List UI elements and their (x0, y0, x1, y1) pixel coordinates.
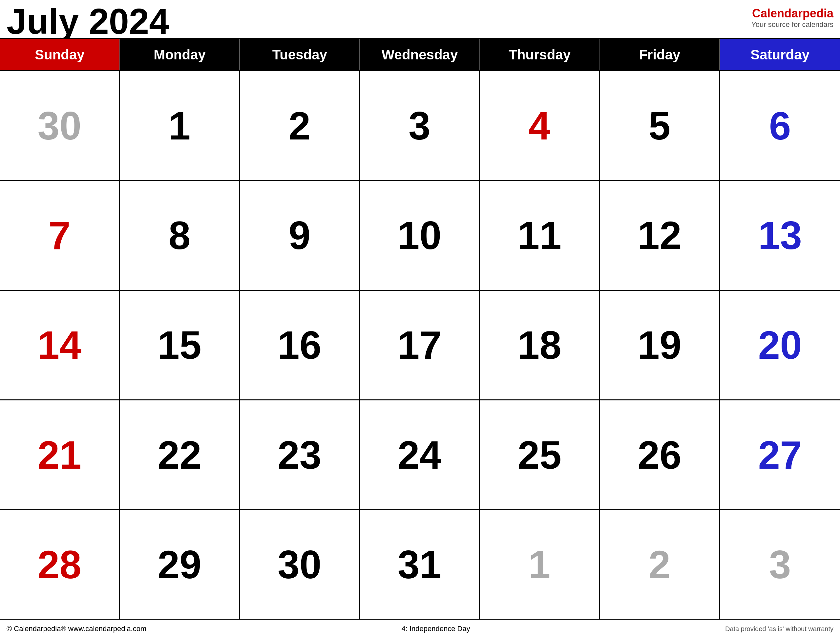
day-header-friday: Friday (600, 39, 720, 70)
brand-name-regular: Calendar (752, 6, 802, 20)
day-header-monday: Monday (120, 39, 240, 70)
calendar-cell-1-3[interactable]: 2 (240, 71, 360, 180)
footer-copyright: © Calendarpedia® www.calendarpedia.com (6, 625, 146, 633)
calendar-cell-1-5[interactable]: 4 (480, 71, 600, 180)
calendar-cell-5-5[interactable]: 1 (480, 510, 600, 619)
calendar-cell-4-6[interactable]: 26 (600, 400, 720, 509)
calendar-cell-3-1[interactable]: 14 (0, 291, 120, 400)
calendar-cell-2-2[interactable]: 8 (120, 181, 240, 289)
month-year-title: July 2024 (6, 3, 169, 39)
day-header-tuesday: Tuesday (240, 39, 360, 70)
calendar-app: July 2024 Calendarpedia Your source for … (0, 0, 840, 638)
calendar-week-4: 21222324252627 (0, 400, 840, 509)
calendar-container: SundayMondayTuesdayWednesdayThursdayFrid… (0, 38, 840, 619)
calendar-cell-5-7[interactable]: 3 (720, 510, 840, 619)
day-header-wednesday: Wednesday (360, 39, 480, 70)
calendar-cell-3-3[interactable]: 16 (240, 291, 360, 400)
calendar-cell-2-6[interactable]: 12 (600, 181, 720, 289)
brand-name: Calendarpedia (752, 6, 834, 21)
calendar-week-1: 30123456 (0, 70, 840, 180)
calendar-cell-1-1[interactable]: 30 (0, 71, 120, 180)
calendar-cell-2-4[interactable]: 10 (360, 181, 480, 289)
footer-disclaimer: Data provided 'as is' without warranty (725, 625, 834, 633)
calendar-cell-5-3[interactable]: 30 (240, 510, 360, 619)
day-header-thursday: Thursday (480, 39, 600, 70)
calendar-cell-4-4[interactable]: 24 (360, 400, 480, 509)
calendar-week-5: 28293031123 (0, 509, 840, 619)
calendar-cell-2-7[interactable]: 13 (720, 181, 840, 289)
calendar-week-3: 14151617181920 (0, 290, 840, 400)
calendar-footer: © Calendarpedia® www.calendarpedia.com 4… (0, 619, 840, 638)
footer-holiday: 4: Independence Day (402, 625, 470, 633)
calendar-cell-1-7[interactable]: 6 (720, 71, 840, 180)
calendar-cell-4-5[interactable]: 25 (480, 400, 600, 509)
calendar-cell-4-7[interactable]: 27 (720, 400, 840, 509)
calendar-cell-2-1[interactable]: 7 (0, 181, 120, 289)
calendar-cell-1-4[interactable]: 3 (360, 71, 480, 180)
calendar-cell-3-6[interactable]: 19 (600, 291, 720, 400)
calendar-cell-4-2[interactable]: 22 (120, 400, 240, 509)
calendar-cell-3-2[interactable]: 15 (120, 291, 240, 400)
calendar-cell-2-3[interactable]: 9 (240, 181, 360, 289)
calendar-cell-1-2[interactable]: 1 (120, 71, 240, 180)
brand-name-accent: pedia (802, 6, 834, 20)
calendar-cell-5-6[interactable]: 2 (600, 510, 720, 619)
calendar-cell-5-4[interactable]: 31 (360, 510, 480, 619)
calendar-grid: 3012345678910111213141516171819202122232… (0, 70, 840, 619)
calendar-cell-5-2[interactable]: 29 (120, 510, 240, 619)
calendar-cell-4-1[interactable]: 21 (0, 400, 120, 509)
calendar-cell-1-6[interactable]: 5 (600, 71, 720, 180)
brand-tagline: Your source for calendars (752, 21, 834, 29)
day-header-saturday: Saturday (720, 39, 840, 70)
day-header-sunday: Sunday (0, 39, 120, 70)
calendar-cell-3-7[interactable]: 20 (720, 291, 840, 400)
calendar-cell-2-5[interactable]: 11 (480, 181, 600, 289)
calendar-week-2: 78910111213 (0, 180, 840, 289)
calendar-cell-4-3[interactable]: 23 (240, 400, 360, 509)
calendar-header: July 2024 Calendarpedia Your source for … (0, 0, 840, 38)
calendar-cell-3-4[interactable]: 17 (360, 291, 480, 400)
day-headers-row: SundayMondayTuesdayWednesdayThursdayFrid… (0, 39, 840, 70)
brand-logo: Calendarpedia Your source for calendars (752, 3, 834, 29)
calendar-cell-5-1[interactable]: 28 (0, 510, 120, 619)
calendar-cell-3-5[interactable]: 18 (480, 291, 600, 400)
